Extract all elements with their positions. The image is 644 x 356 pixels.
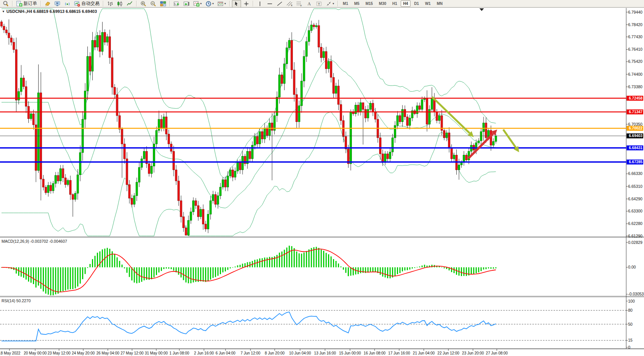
shapes-icon — [326, 1, 332, 7]
chart-menu-icon[interactable]: ▼ — [2, 10, 5, 13]
bull-candle — [360, 103, 362, 112]
macd-histogram-bar — [242, 264, 243, 267]
bear-candle — [104, 32, 106, 42]
zoom-in-button[interactable] — [139, 0, 148, 8]
bear-candle — [25, 87, 27, 106]
autoscroll-icon — [174, 1, 180, 7]
price-tick-label: 6.73380 — [628, 84, 642, 89]
styles-button[interactable] — [43, 0, 52, 8]
toolbar-separator — [338, 1, 338, 6]
macd-histogram-bar — [38, 267, 39, 286]
signals-button[interactable] — [63, 0, 72, 8]
timeframe-h4-button[interactable]: H4 — [401, 0, 411, 7]
timeframe-h1-button[interactable]: H1 — [390, 0, 400, 7]
shapes-tool-button[interactable]: ▾ — [324, 0, 336, 8]
bear-candle — [33, 114, 34, 125]
chevron-down-icon: ▾ — [200, 2, 202, 5]
bull-candle — [242, 156, 244, 170]
chevron-down-icon: ▾ — [212, 2, 214, 5]
horizontal-line-tool-button[interactable] — [265, 0, 274, 8]
signal-icon — [64, 1, 70, 7]
chart-canvas[interactable]: 6.794406.784206.774306.764106.754206.744… — [0, 0, 644, 356]
macd-histogram-bar — [18, 267, 19, 276]
label-tool-button[interactable]: T — [314, 0, 324, 8]
bull-candle — [227, 176, 229, 187]
vline-icon — [257, 1, 263, 7]
macd-histogram-bar — [385, 267, 386, 278]
autotrading-button[interactable]: 自动交易 — [73, 0, 101, 8]
bull-candle — [493, 142, 495, 145]
macd-histogram-bar — [218, 267, 219, 276]
bear-candle — [224, 180, 226, 187]
fibonacci-tool-button[interactable]: F — [295, 0, 304, 8]
bull-candle — [92, 41, 93, 71]
bull-candle — [367, 109, 369, 118]
macd-histogram-bar — [193, 267, 194, 283]
vertical-line-tool-button[interactable] — [255, 0, 264, 8]
macd-histogram-bar — [50, 267, 51, 295]
tile-windows-button[interactable] — [159, 0, 168, 8]
bear-candle — [168, 134, 170, 144]
bear-candle — [185, 228, 187, 236]
macd-histogram-bar — [277, 255, 278, 267]
auto-scroll-button[interactable] — [172, 0, 181, 8]
timeframe-m15-button[interactable]: M15 — [363, 0, 375, 7]
bear-candle — [443, 130, 445, 138]
trendline-tool-button[interactable] — [275, 0, 284, 8]
templates-button[interactable]: ▾ — [216, 0, 227, 8]
macd-histogram-bar — [454, 267, 455, 273]
macd-histogram-bar — [173, 267, 174, 271]
macd-histogram-bar — [77, 267, 78, 287]
bear-candle — [338, 86, 339, 105]
macd-histogram-bar — [95, 256, 96, 267]
bull-candle — [301, 81, 303, 106]
macd-histogram-bar — [461, 267, 462, 276]
open-chart-button[interactable] — [1, 0, 10, 8]
rsi-tick-label: 15 — [628, 338, 633, 342]
autotrading-button-label: 自动交易 — [81, 0, 100, 7]
bear-candle — [318, 26, 320, 47]
bear-candle — [333, 77, 334, 93]
macd-histogram-bar — [82, 267, 83, 279]
macd-histogram-bar — [161, 267, 162, 271]
macd-histogram-bar — [400, 267, 401, 273]
bear-candle — [198, 206, 199, 217]
clock-icon — [205, 1, 212, 7]
bar-chart-mode-button[interactable] — [106, 0, 115, 8]
crosshair-tool-button[interactable] — [242, 0, 251, 8]
bear-candle — [266, 128, 268, 136]
periods-button[interactable]: ▾ — [204, 0, 215, 8]
tline-icon — [277, 1, 283, 7]
mql-icon: M — [54, 1, 61, 7]
bull-candle — [283, 64, 285, 83]
candle-chart-mode-button[interactable] — [115, 0, 124, 8]
time-tick-label: 23 May 12:00 — [48, 351, 71, 355]
bull-candle — [77, 175, 79, 194]
timeframe-m1-button[interactable]: M1 — [340, 0, 351, 7]
timeframe-mn-button[interactable]: MN — [434, 0, 445, 7]
text-tool-button[interactable]: A — [305, 0, 314, 8]
cursor-tool-button[interactable] — [232, 0, 241, 8]
timeframe-d1-button[interactable]: D1 — [411, 0, 422, 7]
macd-histogram-bar — [264, 258, 265, 267]
line-chart-mode-button[interactable] — [125, 0, 134, 8]
mql-editor-button[interactable]: M — [53, 0, 62, 8]
bear-candle — [119, 116, 121, 129]
chart-shift-button[interactable] — [182, 0, 191, 8]
timeframe-m30-button[interactable]: M30 — [376, 0, 389, 7]
zoom-out-button[interactable] — [149, 0, 158, 8]
new-order-button[interactable]: 新订单 — [15, 0, 39, 8]
time-tick-label: 15 Jun 00:00 — [339, 351, 361, 355]
timeframe-w1-button[interactable]: W1 — [422, 0, 433, 7]
macd-histogram-bar — [269, 257, 270, 267]
macd-histogram-bar — [348, 267, 349, 276]
bull-candle — [298, 106, 300, 122]
indicators-button[interactable]: ▾ — [192, 0, 203, 8]
macd-histogram-bar — [102, 250, 103, 267]
time-tick-label: 22 Jun 12:00 — [437, 351, 459, 355]
timeframe-m5-button[interactable]: M5 — [352, 0, 362, 7]
channel-tool-button[interactable]: E — [285, 0, 294, 8]
macd-histogram-bar — [485, 267, 487, 269]
main-toolbar: 新订单M自动交易▾▾▾EFAT▾M1M5M15M30H1H4D1W1MN — [0, 0, 644, 8]
bear-candle — [362, 103, 364, 109]
